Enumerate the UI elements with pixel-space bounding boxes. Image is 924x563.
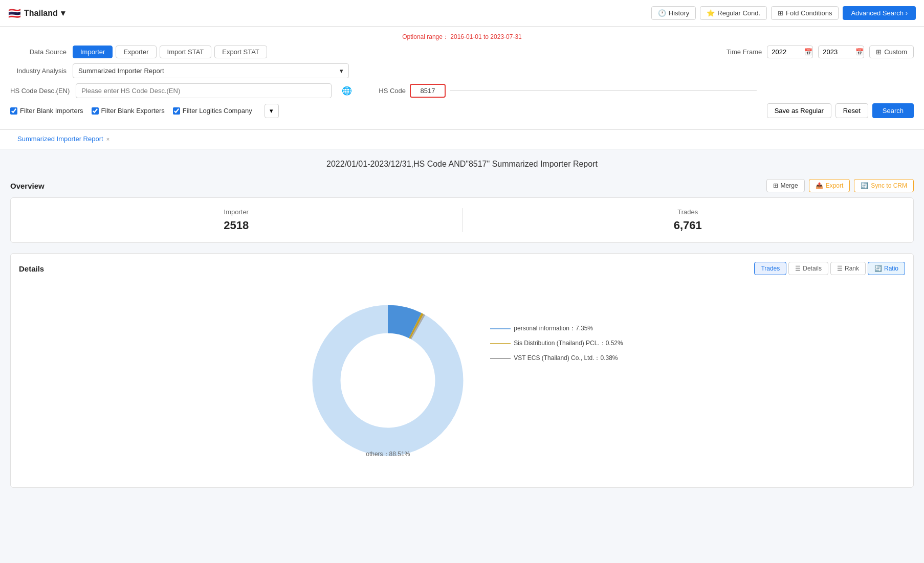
main-content: 2022/01/01-2023/12/31,HS Code AND"8517" … (0, 149, 924, 498)
tab-close-icon[interactable]: × (106, 136, 109, 142)
legend-sis: Sis Distribution (Thailand) PCL.：0.52% (490, 339, 623, 348)
flag-icon: 🇹🇭 (8, 7, 21, 19)
hs-code-rest[interactable] (450, 91, 757, 91)
calendar-icon-2: 📅 (855, 48, 864, 56)
merge-button[interactable]: ⊞ Merge (766, 179, 805, 192)
result-tabs: Summarized Importer Report × (0, 130, 924, 149)
filter-blank-exporters-checkbox[interactable] (92, 107, 99, 115)
chart-area: others：88.51% personal information：7.35%… (19, 283, 905, 479)
nav-actions: 🕐 History ⭐ Regular Cond. ⊞ Fold Conditi… (651, 6, 916, 20)
fold-conditions-button[interactable]: ⊞ Fold Conditions (771, 6, 839, 20)
chart-legend: personal information：7.35% Sis Distribut… (490, 324, 623, 363)
overview-header: Overview ⊞ Merge 📤 Export 🔄 Sync to CRM (10, 179, 914, 192)
regular-cond-button[interactable]: ⭐ Regular Cond. (700, 6, 767, 20)
result-tab-summarized[interactable]: Summarized Importer Report × (10, 130, 117, 149)
tab-export-stat[interactable]: Export STAT (214, 46, 267, 58)
filter-blank-exporters[interactable]: Filter Blank Exporters (92, 107, 165, 115)
fold-icon: ⊞ (778, 9, 783, 17)
time-to-field[interactable] (823, 48, 853, 56)
history-button[interactable]: 🕐 History (651, 6, 696, 20)
filter-checks-row: Filter Blank Importers Filter Blank Expo… (10, 103, 914, 118)
filter-blank-importers[interactable]: Filter Blank Importers (10, 107, 83, 115)
advanced-search-button[interactable]: Advanced Search › (843, 6, 916, 20)
sync-crm-button[interactable]: 🔄 Sync to CRM (854, 179, 914, 192)
tab-import-stat[interactable]: Import STAT (160, 46, 212, 58)
hs-code-section: HS Code 8517 (379, 84, 757, 98)
time-from-input[interactable]: 📅 (767, 46, 813, 58)
details-section: Details Trades ☰ Details ☰ Rank 🔄 Ratio (10, 253, 914, 488)
others-label: others：88.51% (366, 450, 410, 459)
history-icon: 🕐 (658, 9, 666, 17)
filter-logistics-checkbox[interactable] (173, 107, 180, 115)
tab-rank[interactable]: ☰ Rank (830, 262, 866, 275)
legend-line-vst (490, 356, 511, 361)
tab-importer[interactable]: Importer (73, 46, 113, 58)
legend-vst: VST ECS (Thailand) Co., Ltd.：0.38% (490, 354, 623, 363)
country-selector[interactable]: 🇹🇭 Thailand ▾ (8, 7, 65, 19)
time-to-input[interactable]: 📅 (818, 46, 864, 58)
timeframe-row: Time Frame 📅 📅 ⊞ Custom (706, 46, 914, 58)
datasource-timeframe-row: Data Source Importer Exporter Import STA… (10, 46, 914, 58)
details-header: Details Trades ☰ Details ☰ Rank 🔄 Ratio (19, 262, 905, 275)
custom-button[interactable]: ⊞ Custom (869, 46, 914, 58)
chevron-down-icon: ▾ (340, 67, 343, 75)
legend-line-sis (490, 341, 511, 346)
donut-chart (301, 294, 475, 467)
calendar-icon: 📅 (804, 48, 812, 56)
rank-icon: ☰ (837, 265, 843, 272)
hscode-row: HS Code Desc.(EN) 🌐 HS Code 8517 (10, 83, 914, 98)
tab-details[interactable]: ☰ Details (788, 262, 828, 275)
merge-icon: ⊞ (773, 182, 778, 189)
details-icon: ☰ (795, 265, 801, 272)
save-regular-button[interactable]: Save as Regular (767, 103, 831, 118)
expand-button[interactable]: ▾ (265, 104, 279, 118)
translate-icon[interactable]: 🌐 (342, 86, 352, 96)
time-from-field[interactable] (772, 48, 802, 56)
export-button[interactable]: 📤 Export (809, 179, 850, 192)
details-title: Details (19, 264, 44, 273)
custom-icon: ⊞ (876, 48, 882, 56)
chevron-down-icon-2: ▾ (270, 107, 273, 115)
reset-button[interactable]: Reset (835, 103, 868, 118)
legend-personal: personal information：7.35% (490, 324, 623, 333)
report-title: 2022/01/01-2023/12/31,HS Code AND"8517" … (10, 160, 914, 169)
dropdown-arrow-icon: ▾ (61, 8, 65, 18)
tab-exporter[interactable]: Exporter (116, 46, 156, 58)
overview-actions: ⊞ Merge 📤 Export 🔄 Sync to CRM (766, 179, 914, 192)
export-icon: 📤 (816, 182, 823, 189)
filter-blank-importers-checkbox[interactable] (10, 107, 17, 115)
optional-range: Optional range： 2016-01-01 to 2023-07-31 (10, 33, 914, 41)
legend-line-personal (490, 326, 511, 331)
filter-action-buttons: Save as Regular Reset Search (767, 103, 914, 118)
filter-logistics-company[interactable]: Filter Logitics Company (173, 107, 252, 115)
hs-code-desc-input[interactable] (76, 83, 332, 98)
tab-ratio[interactable]: 🔄 Ratio (868, 262, 905, 275)
ratio-icon: 🔄 (874, 265, 882, 272)
industry-row: Industry Analysis Summarized Importer Re… (10, 63, 914, 78)
industry-select[interactable]: Summarized Importer Report ▾ (73, 63, 349, 78)
country-name: Thailand (24, 9, 58, 18)
details-tabs: Trades ☰ Details ☰ Rank 🔄 Ratio (754, 262, 905, 275)
sync-icon: 🔄 (861, 182, 868, 189)
overview-title: Overview (10, 182, 45, 190)
hs-code-value[interactable]: 8517 (410, 84, 446, 98)
tab-trades[interactable]: Trades (754, 262, 786, 275)
svg-point-4 (342, 334, 434, 426)
overview-card: Importer 2518 Trades 6,761 (10, 197, 914, 243)
filter-checks: Filter Blank Importers Filter Blank Expo… (10, 104, 279, 118)
filter-panel: Optional range： 2016-01-01 to 2023-07-31… (0, 27, 924, 130)
top-navigation: 🇹🇭 Thailand ▾ 🕐 History ⭐ Regular Cond. … (0, 0, 924, 27)
importer-stat: Importer 2518 (11, 208, 462, 232)
chart-container: others：88.51% (301, 294, 475, 469)
search-button[interactable]: Search (872, 103, 914, 118)
datasource-tabs: Importer Exporter Import STAT Export STA… (73, 46, 267, 58)
trades-stat: Trades 6,761 (462, 208, 914, 232)
star-icon: ⭐ (707, 9, 715, 17)
